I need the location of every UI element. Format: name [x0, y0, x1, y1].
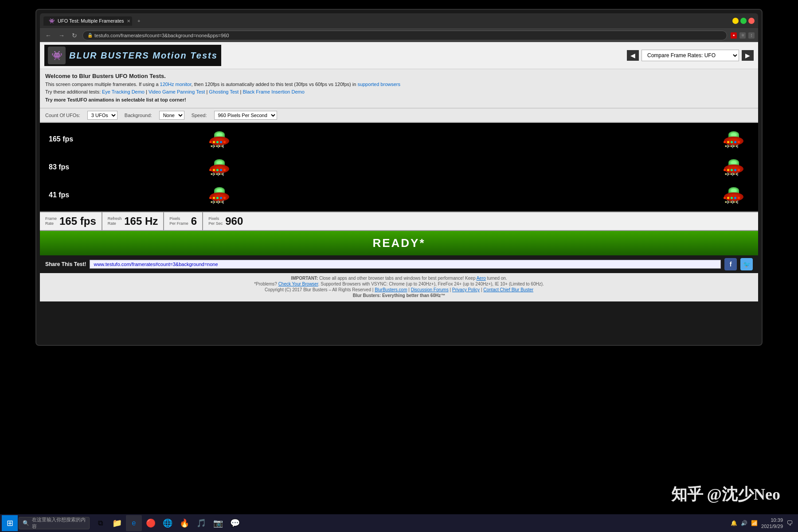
active-tab[interactable]: 👾 UFO Test: Multiple Framerates ✕ [43, 16, 132, 26]
bg-select[interactable]: None [159, 111, 184, 120]
ufo-sprite-83-left: ▣▣▣▣▣ [208, 157, 231, 180]
footer-slogan: Blur Busters: Everything better than 60H… [45, 293, 753, 298]
next-arrow-button[interactable]: ▶ [742, 50, 754, 61]
edge-app[interactable]: e [126, 515, 142, 531]
taskbar: ⊞ 🔍 在这里输入你想搜索的内容 ⧉ 📁 e 🔴 🌐 🔥 🎵 📷 💬 🔔 🔊 📶… [0, 514, 798, 532]
share-url-display[interactable]: www.testufo.com/framerates#count=3&backg… [90, 260, 721, 269]
tray-notification-icon[interactable]: 🗨 [786, 520, 793, 527]
fps-label-165: 165 fps [49, 135, 89, 143]
stats-bar: FrameRate 165 fps RefreshRate 165 Hz Pix… [40, 211, 758, 231]
footer-problems: *Problems? Check Your Browser. Supported… [45, 282, 753, 286]
taskbar-search[interactable]: 🔍 在这里输入你想搜索的内容 [19, 517, 90, 529]
search-placeholder-text: 在这里输入你想搜索的内容 [32, 516, 86, 530]
ufo-row-165: 165 fps ▣▣▣▣▣ [40, 126, 758, 153]
pixels-per-sec-value: 960 [225, 215, 243, 227]
ufo-sprite-41-right: ▣▣▣▣▣ [723, 185, 745, 207]
title-part1: BLUR BUSTERS [69, 51, 149, 60]
tab-close-icon[interactable]: ✕ [127, 19, 130, 23]
watermark-text: 知乎 @沈少Neo [671, 485, 780, 503]
frame-rate-stat: FrameRate 165 fps [40, 212, 102, 230]
video-game-link[interactable]: Video Game Panning Test [149, 89, 205, 94]
site-footer: IMPORTANT: Close all apps and other brow… [40, 273, 758, 301]
count-select[interactable]: 3 UFOs [87, 111, 117, 120]
footer-copyright: Copyright (C) 2017 Blur Busters – All Ri… [45, 287, 753, 292]
url-text: testufo.com/framerates#count=3&backgroun… [94, 33, 229, 38]
maximize-button[interactable] [740, 18, 747, 24]
lock-icon: 🔒 [87, 33, 93, 38]
start-button[interactable]: ⊞ [2, 515, 18, 531]
ufo-sprite-41-left: ▣▣▣▣▣ [208, 185, 231, 207]
frame-rate-label: FrameRate [45, 216, 57, 226]
privacy-link[interactable]: Privacy Policy [452, 287, 480, 292]
extensions-icon[interactable]: ★ [731, 32, 737, 39]
site-header: 👾 BLUR BUSTERS Motion Tests ◀ Compare Fr… [40, 42, 758, 69]
app-3[interactable]: 🔴 [143, 515, 159, 531]
ufo-sprite-165-left: ▣▣▣▣▣ [208, 129, 231, 152]
pixels-per-sec-label: PixelsPer Sec [208, 216, 223, 226]
count-label: Count Of UFOs: [45, 113, 80, 118]
120hz-link[interactable]: 120Hz monitor [160, 82, 192, 87]
test-selector[interactable]: Compare Frame Rates: UFO [642, 50, 739, 61]
pixels-per-sec-stat: PixelsPer Sec 960 [203, 212, 758, 230]
site-content-lower: FrameRate 165 fps RefreshRate 165 Hz Pix… [40, 211, 758, 301]
contact-link[interactable]: Contact Chief Blur Buster [483, 287, 533, 292]
taskbar-apps: ⧉ 📁 e 🔴 🌐 🔥 🎵 📷 💬 [92, 515, 243, 531]
menu-icon[interactable]: ⋮ [748, 32, 755, 39]
animation-area: 165 fps ▣▣▣▣▣ [40, 123, 758, 211]
ready-button[interactable]: READY* [40, 231, 758, 255]
pixels-per-frame-value: 6 [191, 215, 197, 227]
file-explorer-app[interactable]: 📁 [109, 515, 125, 531]
app-5[interactable]: 🔥 [176, 515, 192, 531]
app-6[interactable]: 🎵 [193, 515, 209, 531]
address-bar: ← → ↻ 🔒 testufo.com/framerates#count=3&b… [40, 29, 758, 42]
bfi-link[interactable]: Black Frame Insertion Demo [243, 89, 304, 94]
frame-rate-value: 165 fps [59, 215, 96, 227]
chrome-app[interactable]: 🌐 [160, 515, 176, 531]
ufo-sprite-165-right: ▣▣▣▣▣ [723, 129, 745, 152]
intro-paragraph-3: Try more TestUFO animations in selectabl… [45, 97, 753, 103]
reload-button[interactable]: ↻ [70, 31, 79, 40]
tray-icon-2: 🔊 [741, 520, 747, 526]
check-browser-link[interactable]: Check Your Browser [278, 282, 318, 286]
tray-time-display: 10:39 [761, 517, 783, 523]
ghosting-link[interactable]: Ghosting Test [209, 89, 239, 94]
refresh-rate-label: RefreshRate [108, 216, 122, 226]
ready-label: READY* [372, 236, 425, 250]
intro-section: Welcome to Blur Busters UFO Motion Tests… [40, 69, 758, 109]
pixels-per-frame-stat: PixelsPer Frame 6 [164, 212, 203, 230]
speed-select[interactable]: 960 Pixels Per Second [214, 111, 277, 120]
blurbusters-link[interactable]: BlurBusters.com [375, 287, 407, 292]
logo-area: 👾 BLUR BUSTERS Motion Tests [44, 45, 221, 66]
watermark: 知乎 @沈少Neo [671, 484, 780, 505]
share-bar: Share This Test! www.testufo.com/framera… [40, 255, 758, 273]
tab-bar: 👾 UFO Test: Multiple Framerates ✕ + [40, 13, 758, 29]
facebook-button[interactable]: f [724, 258, 737, 270]
prev-arrow-button[interactable]: ◀ [627, 50, 639, 61]
refresh-rate-value: 165 Hz [124, 215, 158, 227]
aero-link[interactable]: Aero [477, 276, 486, 281]
minimize-button[interactable] [732, 18, 739, 24]
tray-clock: 10:39 2021/9/29 [761, 517, 783, 530]
forward-button[interactable]: → [57, 31, 66, 40]
close-button[interactable] [748, 18, 755, 24]
taskbar-tray: 🔔 🔊 📶 10:39 2021/9/29 🗨 [731, 517, 796, 530]
page-content: 👾 BLUR BUSTERS Motion Tests ◀ Compare Fr… [40, 42, 758, 341]
bookmark-icon[interactable]: ☆ [739, 32, 746, 39]
site-title: BLUR BUSTERS Motion Tests [69, 51, 218, 61]
taskview-button[interactable]: ⧉ [92, 515, 108, 531]
welcome-heading: Welcome to Blur Busters UFO Motion Tests… [45, 73, 753, 79]
twitter-button[interactable]: 🐦 [740, 258, 753, 270]
footer-important: IMPORTANT: Close all apps and other brow… [45, 276, 753, 281]
back-button[interactable]: ← [43, 31, 53, 40]
controls-bar: Count Of UFOs: 3 UFOs Background: None S… [40, 109, 758, 123]
app-7[interactable]: 📷 [210, 515, 226, 531]
discussion-link[interactable]: Discussion Forums [411, 287, 449, 292]
new-tab-button[interactable]: + [134, 16, 144, 25]
pixels-per-frame-label: PixelsPer Frame [169, 216, 188, 226]
ufo-logo: 👾 [48, 47, 66, 64]
eye-tracking-link[interactable]: Eye Tracking Demo [102, 89, 145, 94]
app-8[interactable]: 💬 [227, 515, 243, 531]
url-input[interactable]: 🔒 testufo.com/framerates#count=3&backgro… [82, 31, 727, 40]
supported-browsers-link[interactable]: supported browsers [357, 82, 400, 87]
ufo-row-41: 41 fps ▣▣▣▣▣ [40, 182, 758, 208]
